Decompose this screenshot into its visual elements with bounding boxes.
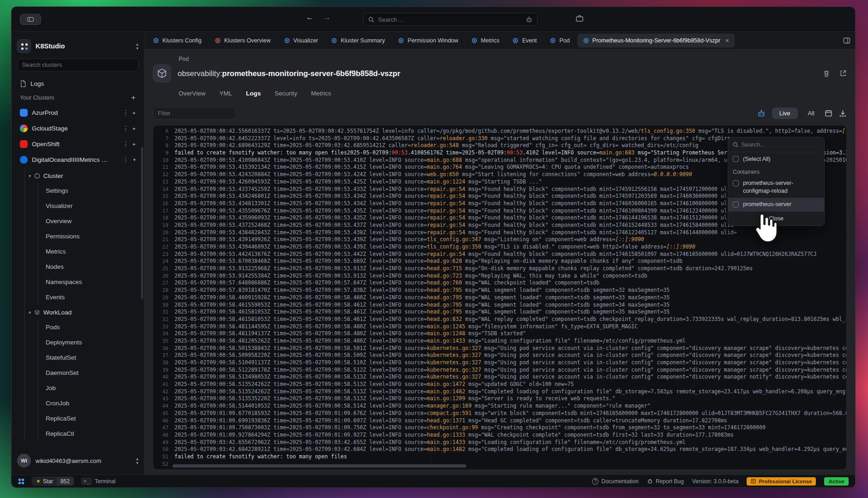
log-filter[interactable] [153,107,236,119]
sidebar-item-events[interactable]: Events [46,290,138,305]
window-control-button[interactable] [20,14,41,25]
cluster-digitaloceandiiiiimetrics-con[interactable]: DigitalOceandIIIIIMetrics Con...⋮▾ [17,152,138,167]
assistant-robot-icon[interactable] [526,16,533,23]
sidebar-item-namespaces[interactable]: Namespaces [46,274,138,290]
line-number: 9 [153,149,174,157]
chevron-down-icon[interactable]: ▾ [133,157,136,163]
caret-down-icon[interactable]: ▾ [29,310,31,315]
container-search[interactable] [728,137,824,152]
user-account[interactable]: WI wikid40463@aersm.com ▴▾ [17,451,138,471]
apps-grid-icon[interactable] [18,478,24,485]
sidebar-scrollbar[interactable] [141,147,143,299]
pod-tab-overview[interactable]: OverView [179,90,205,100]
tree-node-workload[interactable]: ▾WorkLoad [29,305,138,320]
kebab-menu-icon[interactable]: ⋮ [122,125,129,132]
log-line: 322025-05-02T09:00:58.461581053Z time=20… [153,316,846,323]
sidebar-item-job[interactable]: Job [46,380,138,396]
tab-klusters-config[interactable]: Klusters Config [147,34,207,47]
line-number: 32 [153,316,174,323]
container-option-prometheus-server-configmap-reload[interactable]: prometheus-server-configmap-reload [728,177,824,198]
select-all-label: (Select All) [743,156,771,162]
checkbox[interactable] [733,180,739,186]
tab-permission-window[interactable]: Permission Window [392,34,464,47]
global-search[interactable] [363,13,538,26]
sidebar-item-pods[interactable]: Pods [46,320,138,335]
tab-metrics[interactable]: Metrics [466,34,505,47]
checkbox[interactable] [733,202,739,208]
tab-event[interactable]: Event [507,34,542,47]
app-name: K8Studio [36,42,65,50]
cluster-azurprod[interactable]: AzurProd⋮▸ [17,105,138,120]
sidebar-item-deployments[interactable]: Deployments [46,335,138,350]
report-bug-link[interactable]: Report Bug [647,478,684,485]
horizontal-scrollbar[interactable] [173,464,466,468]
close-tab-icon[interactable]: × [725,37,729,44]
log-line: 51failed to create fsnotify watcher: too… [153,453,846,461]
sidebar-item-permissions[interactable]: Permissions [46,229,138,244]
checkbox[interactable] [733,156,739,162]
sidebar-item-settings[interactable]: Settings [46,183,138,198]
tab-prometheus-monitoring-server-6b6f9b858d-vszpr[interactable]: Prometheus-Monitoring-Server-6b6f9b858d-… [577,34,735,47]
tab-kluster-summary[interactable]: Kluster Summary [325,34,390,47]
back-arrow-icon[interactable]: ← [306,13,314,22]
sidebar-item-logs[interactable]: Logs [17,76,138,91]
live-button[interactable]: Live [772,107,798,119]
panel-layout-icon[interactable] [843,37,850,44]
download-icon[interactable] [839,109,847,117]
cluster-tree: ▾ClusterSettingsVisualizerOverviewPermis… [24,168,138,441]
container-search-input[interactable] [742,142,820,148]
open-external-icon[interactable] [839,70,847,77]
terminal-button[interactable]: >_ Terminal [81,478,116,485]
log-line: 352025-05-02T09:00:58.481205262Z time=20… [153,338,846,345]
all-button[interactable]: All [804,107,818,119]
tree-node-cluster[interactable]: ▾Cluster [29,168,138,183]
tab-pod[interactable]: Pod [544,34,575,47]
sidebar-item-visualizer[interactable]: Visualizer [46,198,138,213]
cluster-gcloudstage[interactable]: GcloudStage⋮▸ [17,120,138,136]
briefcase-icon[interactable] [575,14,584,23]
line-number: 29 [153,294,174,302]
cluster-name: GcloudStage [32,125,68,132]
sidebar-item-replicactl[interactable]: ReplicaCtl [46,426,138,441]
cluster-search[interactable] [17,59,138,71]
sidebar-item-replicaset[interactable]: ReplicaSet [46,411,138,426]
line-number: 52 [153,461,174,468]
log-line: 202025-05-02T09:00:53.438482843Z time=20… [153,229,846,237]
pod-tab-yml[interactable]: YML [219,90,232,100]
sidebar-item-nodes[interactable]: Nodes [46,259,138,274]
chevron-right-icon[interactable]: ▸ [133,125,136,131]
tab-visualizer[interactable]: Visualizer [278,34,324,47]
forward-arrow-icon[interactable]: → [323,13,331,22]
caret-down-icon[interactable]: ▾ [29,173,31,178]
documentation-link[interactable]: ? Documentation [592,478,639,485]
global-search-input[interactable] [378,16,522,23]
delete-pod-icon[interactable] [823,70,830,77]
pod-tab-security[interactable]: Security [275,90,297,100]
pod-tab-metrics[interactable]: Metrics [311,90,331,100]
add-cluster-button[interactable]: + [131,93,136,102]
pod-tab-logs[interactable]: Logs [246,90,261,100]
chevron-right-icon[interactable]: ▸ [133,110,136,116]
sidebar-item-daemonset[interactable]: DaemonSet [46,365,138,380]
sidebar-item-statefulset[interactable]: StatefulSet [46,350,138,365]
container-option-prometheus-server[interactable]: prometheus-server [728,198,824,211]
account-switcher-icon[interactable]: ▴▾ [136,456,138,465]
tab-klusters-overview[interactable]: Klusters Overview [209,34,276,47]
workspace-switcher-icon[interactable]: ▴▾ [136,42,138,50]
sidebar-item-metrics[interactable]: Metrics [46,244,138,259]
cluster-search-input[interactable] [22,62,133,68]
avatar: WI [17,454,31,468]
github-star-button[interactable]: ★Star 852 [32,477,74,486]
sidebar-item-cronjob[interactable]: CronJob [46,396,138,411]
ai-robot-icon[interactable] [757,109,766,118]
chevron-right-icon[interactable]: ▸ [133,141,136,147]
select-all-option[interactable]: (Select All) [728,152,824,166]
cluster-openshift[interactable]: OpenShift⋮▸ [17,136,138,152]
kebab-menu-icon[interactable]: ⋮ [122,109,129,116]
kebab-menu-icon[interactable]: ⋮ [122,156,129,163]
sidebar-item-overview[interactable]: Overview [46,213,138,229]
log-filter-input[interactable] [158,110,232,117]
kebab-menu-icon[interactable]: ⋮ [122,140,129,148]
calendar-icon[interactable] [825,109,832,117]
log-text: 2025-05-02T09:00:53.434813301Z time=2025… [174,200,737,208]
